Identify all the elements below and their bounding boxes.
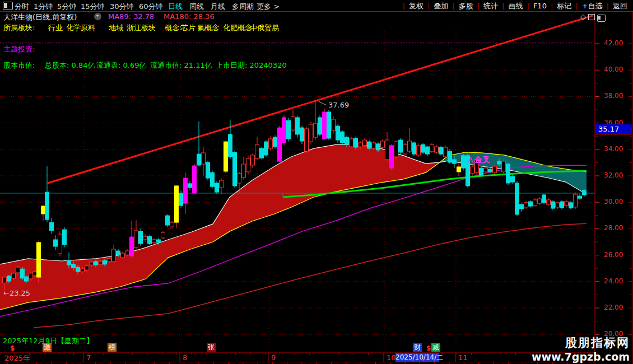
sector-label: 所属板块: <box>3 23 35 33</box>
stock-title: 大洋生物(日线.前复权) <box>3 12 77 22</box>
event-marker-1[interactable]: 激 <box>43 343 52 352</box>
capital-item-1: 总股本: 0.84亿 <box>45 60 95 71</box>
watermark-url: www.7gpzb.com <box>532 351 630 363</box>
y-tick-label: 38.00 <box>604 92 632 100</box>
capital-item-4: 上市日期: 20240320 <box>216 60 287 71</box>
capital-item-0: 股本市值: <box>3 60 35 71</box>
svg-text:金叉: 金叉 <box>474 155 490 164</box>
ma89-value: MA89: 32.78 <box>108 12 154 21</box>
watermark-site-name: 股朋指标网 <box>532 335 630 351</box>
period-tab-10[interactable]: 更多 > <box>257 2 280 12</box>
period-tab-2[interactable]: 5分钟 <box>57 2 76 12</box>
event-marker-3[interactable]: 张 <box>207 343 216 352</box>
chevron-down-icon[interactable] <box>94 13 101 20</box>
action-button-4[interactable]: 画线 <box>505 1 527 11</box>
period-tab-1[interactable]: 1分钟 <box>34 2 53 12</box>
capital-item-2: 流通盘: 0.69亿 <box>96 60 146 71</box>
y-tick-label: 30.00 <box>604 198 632 206</box>
period-tab-5[interactable]: 60分钟 <box>139 2 163 12</box>
y-tick-label: 40.00 <box>604 66 632 73</box>
sector-tag-8[interactable]: 中俄贸易 <box>250 23 279 33</box>
capital-item-3: 流通市值: 21.11亿 <box>150 60 212 71</box>
event-marker-2[interactable]: 榜 <box>108 343 117 352</box>
mini-window-icon[interactable] <box>588 14 595 20</box>
event-marker-4[interactable]: 财 <box>413 343 422 352</box>
x-tick-label-month-11: 11 <box>458 353 468 362</box>
chart-corner-icons[interactable]: ◇ <box>580 12 595 21</box>
y-tick-label: 26.00 <box>604 251 632 259</box>
sector-tag-2[interactable]: 地域 <box>109 23 123 33</box>
theme-label: 主题投资: <box>3 44 35 54</box>
action-button-1[interactable]: 叠加 <box>430 1 452 11</box>
svg-text:37.69: 37.69 <box>328 101 349 109</box>
sector-tag-6[interactable]: 氟概念 <box>197 23 219 33</box>
highlighted-date-box: 2025/10/14/二 <box>395 353 439 362</box>
action-button-0[interactable]: 复权 <box>405 1 427 11</box>
svg-text:←23.25: ←23.25 <box>3 289 30 297</box>
candlestick-chart[interactable]: ←23.2537.69金叉 <box>0 0 633 364</box>
y-tick-label: 24.00 <box>604 277 632 285</box>
x-tick-label-month-9: 9 <box>271 353 276 362</box>
period-tab-7[interactable]: 周线 <box>189 2 204 12</box>
sector-tag-3[interactable]: 浙江板块 <box>127 23 156 33</box>
y-tick-label: 22.00 <box>604 304 632 311</box>
app-window: 分时1分钟5分钟15分钟30分钟60分钟日线周线月线多周期更多 > |复权|叠加… <box>0 0 633 364</box>
period-tab-0[interactable]: 分时 <box>15 2 29 12</box>
top-toolbar: 分时1分钟5分钟15分钟30分钟60分钟日线周线月线多周期更多 > |复权|叠加… <box>0 0 633 12</box>
y-tick-label: 42.00 <box>604 39 632 47</box>
sector-tag-5[interactable]: 芯片 <box>181 23 196 33</box>
watermark: 股朋指标网 www.7gpzb.com <box>532 335 630 363</box>
x-tick-label-month-8: 8 <box>183 353 187 362</box>
action-button-3[interactable]: 统计 <box>480 1 502 11</box>
toolbar-actions: |复权|叠加|多股|统计|画线|F10|标记|+自选|返回 <box>403 1 631 11</box>
period-tab-4[interactable]: 30分钟 <box>110 2 134 12</box>
event-marker-0[interactable]: $ <box>9 344 16 353</box>
axis-panel-icon[interactable] <box>597 15 606 22</box>
action-button-7[interactable]: +自选 <box>578 1 607 11</box>
current-price-badge: 35.17 <box>595 124 632 134</box>
period-tab-3[interactable]: 15分钟 <box>81 2 105 12</box>
x-tick-label-month-7: 7 <box>86 353 91 362</box>
y-tick-label: 34.00 <box>604 145 632 153</box>
period-tab-6[interactable]: 日线 <box>168 2 183 12</box>
event-marker-6[interactable]: 减 <box>431 343 440 352</box>
sector-tag-4[interactable]: 概念: <box>165 23 181 33</box>
sector-tag-0[interactable]: 行业 <box>48 23 63 33</box>
action-button-8[interactable]: 返回 <box>609 1 631 11</box>
window-split-icon[interactable] <box>3 2 13 10</box>
x-axis-year-label: 2025年 <box>4 353 30 363</box>
ma180-value: MA180: 28.36 <box>164 12 215 21</box>
sector-tag-1[interactable]: 化学原料 <box>66 23 95 33</box>
action-button-6[interactable]: 标记 <box>553 1 575 11</box>
x-tick-label-month-10: 10 <box>387 353 396 362</box>
y-tick-label: 28.00 <box>604 224 632 232</box>
period-tab-9[interactable]: 多周期 <box>232 2 254 12</box>
y-tick-label: 32.00 <box>604 171 632 179</box>
action-button-5[interactable]: F10 <box>529 2 551 10</box>
period-tab-8[interactable]: 月线 <box>211 2 225 12</box>
sector-tag-7[interactable]: 化肥概念 <box>223 23 252 33</box>
action-button-2[interactable]: 多股 <box>455 1 477 11</box>
